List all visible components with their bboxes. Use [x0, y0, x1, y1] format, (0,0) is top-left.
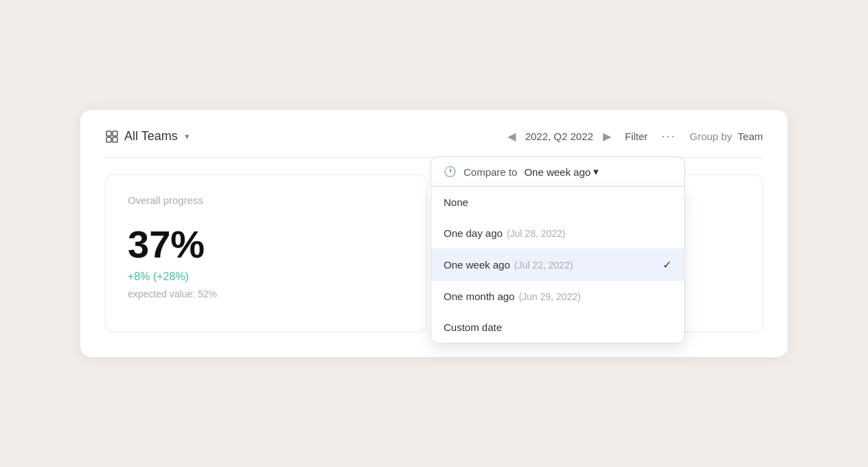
date-nav: ◀ 2022, Q2 2022 ▶: [507, 130, 611, 143]
dropdown-item-one-month-ago-hint: (Jun 29, 2022): [518, 291, 580, 302]
compare-to-chevron: ▾: [593, 166, 599, 178]
overall-progress-value: 37%: [128, 225, 404, 264]
compare-to-container: 🕐 Compare to One week ago ▾ None One day…: [431, 157, 685, 343]
dropdown-item-one-month-ago[interactable]: One month ago (Jun 29, 2022): [431, 281, 684, 312]
dropdown-item-one-day-ago[interactable]: One day ago (Jul 28, 2022): [431, 218, 684, 249]
compare-to-current: One week ago: [524, 166, 591, 178]
main-card: All Teams ▾ ◀ 2022, Q2 2022 ▶ Filter ···…: [80, 110, 788, 357]
svg-rect-0: [106, 131, 111, 136]
more-options-button[interactable]: ···: [661, 129, 676, 144]
compare-to-dropdown: None One day ago (Jul 28, 2022) One week…: [431, 187, 685, 343]
compare-to-label: Compare to: [464, 166, 517, 178]
filter-button[interactable]: Filter: [625, 130, 648, 142]
grid-icon: [105, 130, 119, 144]
dropdown-item-one-day-ago-label: One day ago: [444, 227, 503, 239]
group-by-button[interactable]: Group by Team: [689, 130, 763, 142]
overall-progress-expected: expected value: 52%: [128, 288, 404, 299]
all-teams-chevron: ▾: [185, 131, 190, 141]
prev-period-button[interactable]: ◀: [507, 130, 516, 143]
dropdown-item-custom-date[interactable]: Custom date: [431, 312, 684, 343]
svg-rect-2: [106, 137, 111, 142]
all-teams-label: All Teams: [124, 129, 178, 144]
compare-to-value-button[interactable]: One week ago ▾: [524, 166, 599, 178]
dropdown-item-one-day-ago-text: One day ago (Jul 28, 2022): [444, 227, 566, 239]
clock-icon: 🕐: [444, 166, 457, 178]
svg-rect-3: [113, 137, 117, 142]
date-label: 2022, Q2 2022: [525, 130, 593, 142]
overall-progress-change: +8% (+28%): [128, 271, 404, 283]
dropdown-item-custom-date-text: Custom date: [444, 321, 502, 333]
dropdown-item-none[interactable]: None: [431, 187, 684, 218]
overall-progress-card: Overall progress 37% +8% (+28%) expected…: [105, 174, 427, 332]
dropdown-item-custom-date-label: Custom date: [444, 321, 502, 333]
check-icon: ✓: [663, 258, 672, 271]
dropdown-item-one-day-ago-hint: (Jul 28, 2022): [507, 228, 566, 239]
next-period-button[interactable]: ▶: [603, 130, 611, 143]
group-by-value: Team: [738, 130, 763, 142]
dropdown-item-one-week-ago-label: One week ago: [444, 259, 510, 271]
dropdown-item-one-month-ago-text: One month ago (Jun 29, 2022): [444, 291, 581, 302]
svg-rect-1: [113, 131, 117, 136]
dropdown-item-one-week-ago-text: One week ago (Jul 22, 2022): [444, 259, 573, 271]
dropdown-item-one-month-ago-label: One month ago: [444, 291, 514, 302]
dropdown-item-one-week-ago[interactable]: One week ago (Jul 22, 2022) ✓: [431, 249, 684, 281]
group-by-prefix: Group by: [689, 130, 732, 142]
dropdown-item-none-label: None: [444, 196, 468, 208]
compare-to-bar: 🕐 Compare to One week ago ▾: [431, 157, 685, 187]
dropdown-item-none-text: None: [444, 196, 468, 208]
all-teams-button[interactable]: All Teams ▾: [105, 129, 190, 144]
toolbar: All Teams ▾ ◀ 2022, Q2 2022 ▶ Filter ···…: [105, 129, 763, 158]
dropdown-item-one-week-ago-hint: (Jul 22, 2022): [514, 260, 573, 271]
overall-progress-title: Overall progress: [128, 194, 404, 206]
